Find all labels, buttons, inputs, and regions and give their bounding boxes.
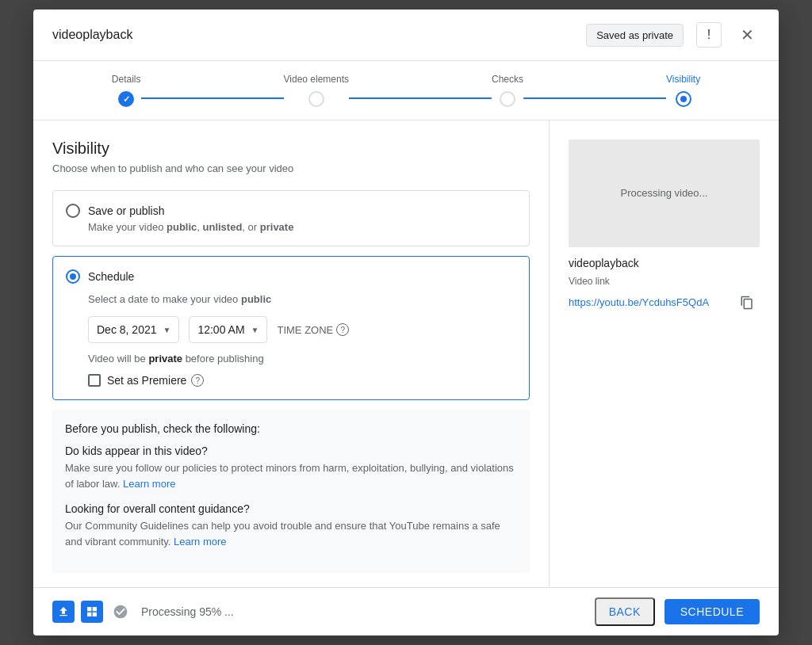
before-publish-section: Before you publish, check the following:… bbox=[52, 410, 530, 573]
step-line-3 bbox=[523, 97, 666, 99]
step-visibility: Visibility bbox=[666, 74, 700, 107]
kids-desc: Make sure you follow our policies to pro… bbox=[65, 460, 517, 491]
save-publish-radio[interactable] bbox=[66, 204, 80, 218]
guidance-desc-text: Our Community Guidelines can help you av… bbox=[65, 520, 500, 548]
dialog-footer: Processing 95% ... BACK SCHEDULE bbox=[33, 587, 779, 635]
left-panel: Visibility Choose when to publish and wh… bbox=[33, 120, 549, 587]
dialog-body: Visibility Choose when to publish and wh… bbox=[33, 120, 779, 587]
bold-public: public bbox=[167, 221, 197, 233]
video-link-label: Video link bbox=[569, 276, 760, 287]
kids-check-item: Do kids appear in this video? Make sure … bbox=[65, 445, 517, 491]
premiere-label: Set as Premiere ? bbox=[107, 374, 204, 387]
step-checks-circle bbox=[500, 91, 515, 107]
schedule-content: Select a date to make your video public … bbox=[88, 293, 516, 387]
step-checks-label: Checks bbox=[492, 74, 523, 85]
step-details-label: Details bbox=[112, 74, 141, 85]
premiere-checkbox[interactable] bbox=[88, 374, 101, 387]
step-details: Details ✓ bbox=[112, 74, 141, 107]
time-select[interactable]: 12:00 AM ▼ bbox=[189, 316, 267, 343]
guidance-title: Looking for overall content guidance? bbox=[65, 502, 517, 515]
step-line-1 bbox=[141, 97, 284, 99]
before-publish-title: Before you publish, check the following: bbox=[65, 422, 517, 435]
step-checks: Checks bbox=[492, 74, 523, 107]
schedule-inputs: Dec 8, 2021 ▼ 12:00 AM ▼ TIME ZONE ? bbox=[88, 316, 516, 343]
schedule-title: Schedule bbox=[88, 270, 134, 283]
check-icon bbox=[109, 601, 132, 623]
video-preview: Processing video... bbox=[569, 139, 760, 247]
step-video-elements-circle bbox=[308, 91, 324, 107]
kids-title: Do kids appear in this video? bbox=[65, 445, 517, 457]
processing-status: Processing 95% ... bbox=[141, 605, 585, 618]
schedule-radio[interactable] bbox=[66, 269, 80, 284]
kids-learn-more-link[interactable]: Learn more bbox=[123, 478, 175, 490]
date-select[interactable]: Dec 8, 2021 ▼ bbox=[88, 316, 179, 343]
save-publish-card[interactable]: Save or publish Make your video public, … bbox=[52, 190, 530, 246]
saved-badge[interactable]: Saved as private bbox=[586, 24, 684, 47]
timezone-label: TIME ZONE ? bbox=[277, 323, 349, 336]
schedule-header: Schedule bbox=[66, 269, 516, 284]
video-link-row: https://youtu.be/YcduhsF5QdA bbox=[569, 290, 760, 315]
date-arrow-icon: ▼ bbox=[163, 326, 171, 334]
save-publish-title: Save or publish bbox=[88, 204, 165, 217]
checkmark-icon: ✓ bbox=[123, 94, 130, 105]
stepper: Details ✓ Video elements Checks Visibili… bbox=[33, 61, 779, 120]
private-bold: private bbox=[148, 353, 182, 364]
right-panel: Processing video... videoplayback Video … bbox=[549, 120, 779, 587]
video-url-link[interactable]: https://youtu.be/YcduhsF5QdA bbox=[569, 296, 709, 308]
schedule-button[interactable]: SCHEDULE bbox=[665, 599, 760, 624]
dialog-title: videoplayback bbox=[52, 28, 573, 42]
video-title: videoplayback bbox=[569, 257, 760, 269]
overlay: videoplayback Saved as private ! ✕ Detai… bbox=[0, 0, 812, 645]
time-arrow-icon: ▼ bbox=[251, 326, 259, 334]
dialog-header: videoplayback Saved as private ! ✕ bbox=[33, 10, 779, 61]
back-button[interactable]: BACK bbox=[595, 597, 655, 626]
step-video-elements: Video elements bbox=[284, 74, 350, 107]
footer-icons bbox=[52, 601, 132, 623]
premiere-row: Set as Premiere ? bbox=[88, 374, 516, 387]
save-publish-desc: Make your video public, unlisted, or pri… bbox=[88, 221, 516, 233]
visibility-title: Visibility bbox=[52, 139, 530, 158]
schedule-bold-public: public bbox=[241, 293, 271, 305]
close-button[interactable]: ✕ bbox=[734, 22, 760, 48]
timezone-info-icon[interactable]: ? bbox=[336, 323, 349, 336]
grid-icon bbox=[81, 601, 103, 623]
date-value: Dec 8, 2021 bbox=[97, 323, 157, 336]
guidance-learn-more-link[interactable]: Learn more bbox=[174, 536, 226, 548]
dialog: videoplayback Saved as private ! ✕ Detai… bbox=[33, 10, 779, 635]
feedback-icon[interactable]: ! bbox=[696, 22, 722, 48]
schedule-card[interactable]: Schedule Select a date to make your vide… bbox=[52, 256, 530, 400]
step-visibility-label: Visibility bbox=[666, 74, 700, 85]
time-value: 12:00 AM bbox=[197, 323, 244, 336]
close-icon: ✕ bbox=[741, 25, 754, 44]
step-details-circle: ✓ bbox=[118, 91, 134, 107]
premiere-text: Set as Premiere bbox=[107, 374, 186, 387]
visibility-subtitle: Choose when to publish and who can see y… bbox=[52, 162, 530, 174]
processing-text: Processing video... bbox=[621, 187, 708, 199]
copy-icon[interactable] bbox=[734, 290, 760, 315]
bold-private: private bbox=[260, 221, 294, 233]
step-line-2 bbox=[349, 97, 492, 99]
step-video-elements-label: Video elements bbox=[284, 74, 350, 85]
premiere-info-icon[interactable]: ? bbox=[191, 374, 204, 387]
guidance-desc: Our Community Guidelines can help you av… bbox=[65, 518, 517, 549]
step-visibility-circle bbox=[676, 91, 691, 107]
upload-icon bbox=[52, 601, 75, 623]
guidance-check-item: Looking for overall content guidance? Ou… bbox=[65, 502, 517, 549]
schedule-desc: Select a date to make your video public bbox=[88, 293, 516, 305]
private-note: Video will be private before publishing bbox=[88, 353, 516, 364]
feedback-symbol: ! bbox=[707, 28, 710, 42]
bold-unlisted: unlisted bbox=[203, 221, 243, 233]
footer-actions: BACK SCHEDULE bbox=[595, 597, 760, 626]
timezone-text: TIME ZONE bbox=[277, 324, 333, 336]
save-publish-header: Save or publish bbox=[66, 204, 516, 218]
